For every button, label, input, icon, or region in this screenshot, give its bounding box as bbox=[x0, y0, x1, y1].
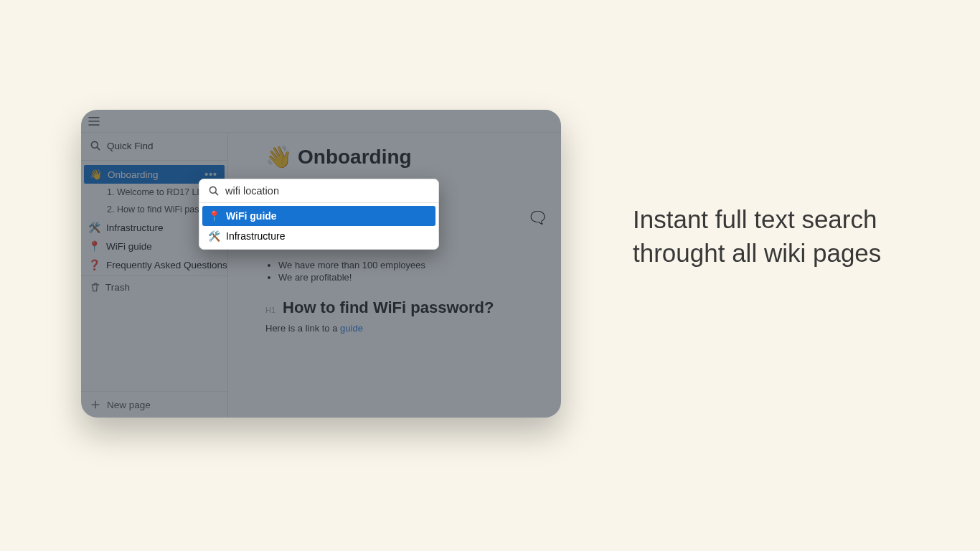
divider bbox=[81, 276, 227, 276]
marketing-caption: Instant full text search throught all wi… bbox=[633, 202, 905, 270]
sidebar-item-label: Infrastructure bbox=[106, 222, 164, 233]
trash-label: Trash bbox=[105, 282, 130, 293]
sidebar-item-faq[interactable]: ❓ Frequently Asked Questions bbox=[81, 255, 227, 274]
search-result-wifi-guide[interactable]: 📍 WiFi guide bbox=[202, 206, 435, 226]
pin-icon: 📍 bbox=[208, 210, 220, 222]
page-title: 👋 Onboarding bbox=[265, 144, 412, 169]
search-icon bbox=[90, 140, 101, 151]
quick-find[interactable]: Quick Find bbox=[81, 133, 227, 159]
app-window: Quick Find 👋 Onboarding ••• 1. Welcome t… bbox=[81, 110, 561, 418]
sidebar-item-trash[interactable]: Trash bbox=[81, 278, 227, 296]
wave-icon: 👋 bbox=[265, 144, 292, 169]
search-input[interactable] bbox=[225, 185, 430, 197]
comment-icon[interactable]: 🗨️ bbox=[530, 210, 545, 225]
new-page-label: New page bbox=[107, 400, 151, 410]
paragraph-text: Here is a link to a bbox=[265, 323, 340, 334]
guide-link[interactable]: guide bbox=[340, 323, 363, 334]
search-results: 📍 WiFi guide 🛠️ Infrastructure bbox=[199, 203, 438, 249]
pin-icon: 📍 bbox=[88, 240, 100, 252]
document: 👋 Onboarding 🗨️ We have more than 100 em… bbox=[228, 133, 561, 418]
list-item: We have more than 100 employees bbox=[278, 260, 541, 270]
new-page-button[interactable]: New page bbox=[81, 391, 227, 418]
search-icon bbox=[208, 185, 220, 197]
tools-icon: 🛠️ bbox=[208, 230, 220, 242]
search-result-label: WiFi guide bbox=[226, 210, 277, 222]
hamburger-icon[interactable] bbox=[88, 117, 100, 126]
question-icon: ❓ bbox=[88, 259, 100, 270]
tools-icon: 🛠️ bbox=[88, 222, 100, 233]
sidebar: Quick Find 👋 Onboarding ••• 1. Welcome t… bbox=[81, 133, 228, 418]
search-bar bbox=[199, 179, 438, 203]
bullet-list: We have more than 100 employees We are p… bbox=[265, 260, 541, 283]
search-result-label: Infrastructure bbox=[226, 230, 285, 242]
search-result-infrastructure[interactable]: 🛠️ Infrastructure bbox=[202, 226, 435, 246]
divider bbox=[81, 160, 227, 161]
heading: How to find WiFi password? bbox=[283, 298, 494, 317]
trash-icon bbox=[90, 281, 101, 293]
heading-tag: H1 bbox=[265, 306, 275, 314]
plus-icon bbox=[90, 399, 101, 410]
sidebar-item-label: Frequently Asked Questions bbox=[106, 260, 227, 270]
sidebar-item-label: Onboarding bbox=[108, 169, 159, 180]
topbar bbox=[81, 110, 561, 133]
wave-icon: 👋 bbox=[90, 169, 102, 180]
page-title-text: Onboarding bbox=[298, 146, 412, 169]
list-item: We are profitable! bbox=[278, 272, 541, 283]
sidebar-item-label: WiFi guide bbox=[106, 241, 152, 252]
sidebar-item-label: 1. Welcome to RD17 LLC bbox=[107, 187, 209, 197]
quick-find-label: Quick Find bbox=[107, 141, 154, 151]
paragraph: Here is a link to a guide bbox=[265, 323, 541, 334]
search-popup: 📍 WiFi guide 🛠️ Infrastructure bbox=[199, 179, 439, 250]
